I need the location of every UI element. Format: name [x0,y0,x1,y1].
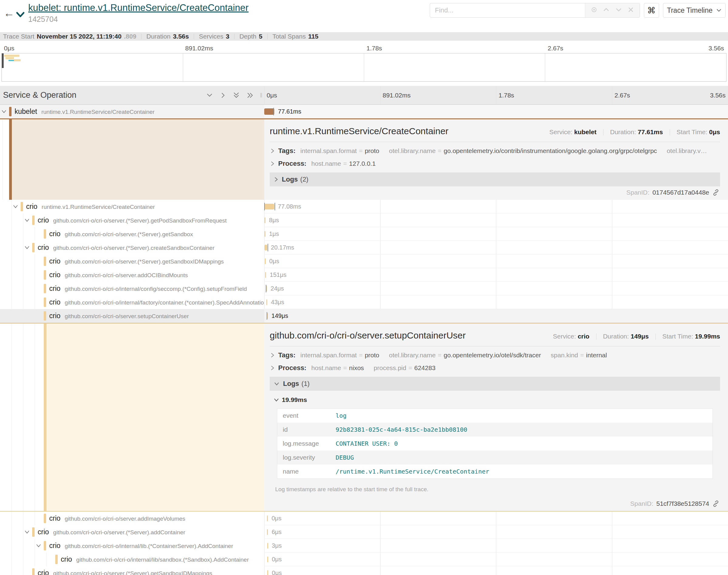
span-name-cell[interactable]: criogithub.com/cri-o/cri-o/server.(*Serv… [0,525,264,539]
chevron-down-icon[interactable] [24,245,30,250]
span-timeline-cell[interactable]: 24μs [264,282,728,295]
span-timeline-cell[interactable]: 149μs [264,309,728,323]
span-name-cell[interactable]: criogithub.com/cri-o/cri-o/internal/conf… [0,282,264,295]
back-icon[interactable]: ← [4,7,14,20]
span-duration-bar[interactable] [265,258,266,264]
span-name-cell[interactable]: crioruntime.v1.RuntimeService/CreateCont… [0,200,264,213]
span-row[interactable]: criogithub.com/cri-o/cri-o/server.(*Serv… [0,213,728,227]
chevron-down-icon[interactable] [24,218,30,223]
span-name-cell[interactable]: criogithub.com/cri-o/cri-o/internal/lib.… [0,539,264,552]
span-timeline-cell[interactable]: 20.17ms [264,241,728,255]
clear-find-icon[interactable] [627,6,634,14]
total-spans-value: 115 [308,33,319,40]
trace-meta-bar: Trace Start November 15 2022, 11:19:40.8… [0,32,728,41]
operation-name: runtime.v1.RuntimeService/CreateContaine… [41,109,155,115]
span-row[interactable]: criogithub.com/cri-o/cri-o/server.(*Serv… [0,255,728,268]
span-timeline-cell[interactable]: 43μs [264,295,728,309]
chevron-right-icon [274,177,278,182]
span-row[interactable]: criogithub.com/cri-o/cri-o/internal/lib.… [0,539,728,552]
indent-guide [35,552,35,566]
chevron-down-icon[interactable] [35,543,42,549]
trace-title-link[interactable]: kubelet: runtime.v1.RuntimeService/Creat… [28,2,249,13]
span-timeline-cell[interactable]: 77.08ms [264,200,728,213]
collapse-one-icon[interactable] [206,92,213,98]
logs-toggle[interactable]: Logs (1) [270,377,720,391]
copy-link-icon[interactable] [712,189,720,196]
span-row[interactable]: criogithub.com/cri-o/cri-o/internal/lib/… [0,552,728,566]
span-id-row: SpanID: 0174567d17a0448e [626,189,720,196]
span-name-cell[interactable]: criogithub.com/cri-o/cri-o/server.addIma… [0,512,264,525]
span-row[interactable]: criogithub.com/cri-o/cri-o/server.setupC… [0,309,728,323]
span-name-cell[interactable]: criogithub.com/cri-o/cri-o/server.(*Serv… [0,227,264,241]
chevron-down-icon[interactable] [12,204,19,209]
span-row[interactable]: kubeletruntime.v1.RuntimeService/CreateC… [0,105,728,119]
process-row[interactable]: Process: host.name=127.0.0.1 [270,160,720,168]
chevron-down-icon[interactable] [1,109,7,114]
span-duration-bar[interactable] [267,543,268,549]
collapse-all-icon[interactable] [233,92,240,99]
span-timeline-cell[interactable]: 0μs [264,512,728,525]
expand-one-icon[interactable] [220,92,226,99]
span-timeline-cell[interactable]: 6μs [264,525,728,539]
log-entry-toggle[interactable]: 19.99ms [274,396,720,403]
expand-all-icon[interactable] [246,92,254,99]
span-name-cell[interactable]: criogithub.com/cri-o/cri-o/server.(*Serv… [0,241,264,255]
span-timeline-cell[interactable]: 0μs [264,552,728,566]
service-name: crio [61,555,72,563]
find-next-icon[interactable] [615,6,622,14]
span-name-cell[interactable]: criogithub.com/cri-o/cri-o/server.setupC… [0,309,264,323]
span-duration-bar[interactable] [265,231,265,237]
chevron-down-icon[interactable] [24,530,30,535]
span-timeline-cell[interactable]: 151μs [264,268,728,282]
find-input[interactable] [430,3,585,17]
find-prev-icon[interactable] [602,6,610,14]
span-name-cell[interactable]: criogithub.com/cri-o/cri-o/internal/fact… [0,295,264,309]
span-duration-bar[interactable] [265,272,266,278]
tags-row[interactable]: Tags: internal.span.format=protootel.lib… [270,147,720,155]
span-timeline-cell[interactable]: 0μs [264,566,728,575]
span-name-cell[interactable]: criogithub.com/cri-o/cri-o/server.(*Serv… [0,566,264,575]
span-duration-bar[interactable] [267,515,268,521]
span-row[interactable]: criogithub.com/cri-o/cri-o/server.(*Serv… [0,566,728,575]
span-row[interactable]: criogithub.com/cri-o/cri-o/server.(*Serv… [0,227,728,241]
span-timeline-cell[interactable]: 77.61ms [264,105,728,119]
copy-link-icon[interactable] [712,500,720,507]
span-name-cell[interactable]: criogithub.com/cri-o/cri-o/server.(*Serv… [0,255,264,268]
locate-icon[interactable] [590,6,598,14]
span-row[interactable]: criogithub.com/cri-o/cri-o/server.(*Serv… [0,525,728,539]
minimap-canvas[interactable] [2,53,726,82]
span-timeline-cell[interactable]: 0μs [264,255,728,268]
span-duration-bar[interactable] [264,108,274,115]
span-row[interactable]: criogithub.com/cri-o/cri-o/internal/fact… [0,295,728,309]
indent-guide [11,309,12,323]
span-timeline-cell[interactable]: 1μs [264,227,728,241]
span-row[interactable]: criogithub.com/cri-o/cri-o/internal/conf… [0,282,728,295]
minimap-drag-handle[interactable] [2,54,4,68]
span-row[interactable]: criogithub.com/cri-o/cri-o/server.addIma… [0,512,728,525]
span-duration-bar[interactable] [267,570,268,575]
span-duration-bar[interactable] [266,299,267,305]
span-name-cell[interactable]: criogithub.com/cri-o/cri-o/internal/lib/… [0,552,264,566]
span-duration-bar[interactable] [265,204,274,209]
span-name-cell[interactable]: criogithub.com/cri-o/cri-o/server.addOCI… [0,268,264,282]
span-row[interactable]: criogithub.com/cri-o/cri-o/server.(*Serv… [0,241,728,255]
logs-toggle[interactable]: Logs (2) [270,172,720,187]
tags-row[interactable]: Tags: internal.span.format=protootel.lib… [270,351,720,359]
span-timeline-cell[interactable]: 3μs [264,539,728,552]
span-name-cell[interactable]: kubeletruntime.v1.RuntimeService/CreateC… [0,105,264,119]
span-row[interactable]: crioruntime.v1.RuntimeService/CreateCont… [0,200,728,213]
trace-view-selector[interactable]: Trace Timeline [663,3,726,18]
process-row[interactable]: Process: host.name=nixosprocess.pid=6242… [270,364,720,372]
span-duration-bar[interactable] [265,217,265,223]
span-duration-bar[interactable] [265,245,267,250]
column-resize-handle[interactable]: ‖ [260,92,263,99]
span-duration-bar[interactable] [267,556,268,562]
span-color-bar [44,514,46,523]
span-duration-bar[interactable] [267,529,268,535]
span-time-marker [266,285,266,292]
span-timeline-cell[interactable]: 8μs [264,213,728,227]
span-name-cell[interactable]: criogithub.com/cri-o/cri-o/server.(*Serv… [0,213,264,227]
collapse-title-chevron-icon[interactable] [16,11,25,20]
span-row[interactable]: criogithub.com/cri-o/cri-o/server.addOCI… [0,268,728,282]
keyboard-shortcuts-button[interactable]: ⌘ [644,3,659,18]
